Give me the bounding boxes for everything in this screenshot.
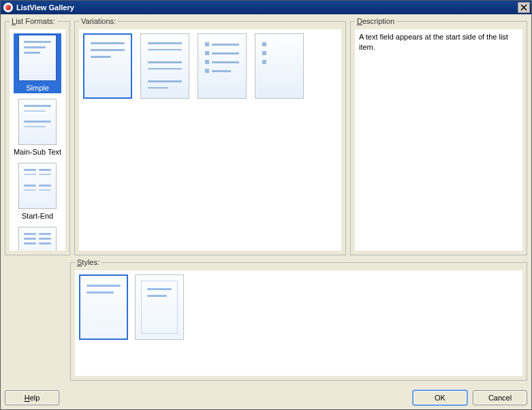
format-thumb-startend — [18, 163, 57, 209]
format-item-startend[interactable]: Start-End — [14, 161, 61, 221]
cancel-button[interactable]: Cancel — [473, 390, 527, 405]
window-title: ListView Gallery — [16, 3, 518, 12]
close-icon — [520, 4, 527, 11]
format-label: Simple — [26, 84, 49, 92]
list-formats-label-rest: ist Formats: — [16, 17, 54, 25]
ok-button[interactable]: OK — [413, 390, 467, 405]
help-button[interactable]: Help — [5, 390, 59, 405]
format-thumb-simple — [18, 35, 57, 81]
upper-row: List Formats: Simple — [5, 17, 527, 255]
dialog-window: ListView Gallery List Formats: Simple — [0, 0, 532, 410]
mid-row: Variations: — [74, 17, 527, 255]
list-formats-inner: Simple Main-Sub Text — [10, 29, 65, 251]
title-bar: ListView Gallery — [1, 1, 531, 14]
variation-item-1[interactable] — [83, 33, 132, 99]
format-thumb-mainsub — [18, 99, 57, 145]
variations-panel: Variations: — [74, 17, 346, 255]
format-thumb-quadrant — [18, 227, 57, 251]
dialog-body: List Formats: Simple — [1, 14, 531, 388]
list-formats-list: Simple Main-Sub Text — [14, 33, 61, 251]
style-item-1[interactable] — [79, 274, 128, 340]
variation-item-4[interactable] — [255, 33, 304, 99]
formats-spacer — [5, 258, 66, 381]
variations-legend: Variations: — [79, 17, 118, 25]
button-row: Help OK Cancel — [1, 388, 531, 409]
list-formats-panel: List Formats: Simple — [5, 17, 70, 255]
description-text: A text field appears at the start side o… — [355, 29, 522, 251]
style-item-2[interactable] — [135, 274, 184, 340]
close-button[interactable] — [518, 2, 530, 13]
variations-inner — [79, 29, 341, 251]
format-label: Start-End — [22, 212, 53, 220]
format-label: Main-Sub Text — [14, 148, 61, 156]
styles-panel: Styles: — [70, 258, 527, 381]
variation-item-2[interactable] — [140, 33, 189, 99]
styles-inner — [75, 270, 522, 376]
format-item-mainsub[interactable]: Main-Sub Text — [14, 97, 61, 157]
lower-row: Styles: — [5, 258, 527, 381]
styles-list — [79, 274, 518, 340]
app-icon — [3, 3, 13, 12]
description-legend: Description — [355, 17, 396, 25]
format-item-quadrant[interactable]: Quadrant — [14, 225, 61, 251]
variation-item-3[interactable] — [198, 33, 247, 99]
list-formats-legend: List Formats: — [10, 17, 57, 25]
format-item-simple[interactable]: Simple — [14, 33, 61, 93]
styles-legend: Styles: — [75, 258, 101, 266]
variations-list — [83, 33, 337, 99]
description-panel: Description A text field appears at the … — [350, 17, 527, 255]
